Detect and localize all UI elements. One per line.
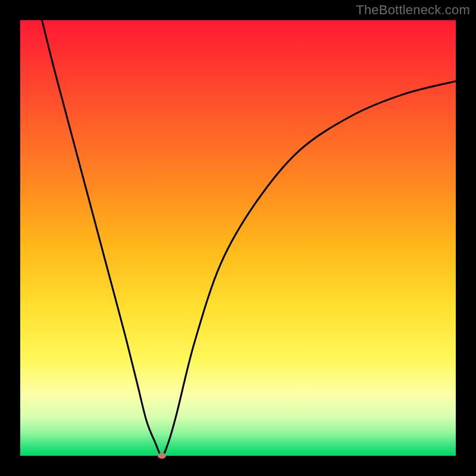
chart-frame: TheBottleneck.com <box>0 0 476 476</box>
bottleneck-curve <box>20 20 456 456</box>
watermark-text: TheBottleneck.com <box>356 2 470 18</box>
minimum-marker <box>158 453 166 459</box>
plot-area <box>20 20 456 456</box>
